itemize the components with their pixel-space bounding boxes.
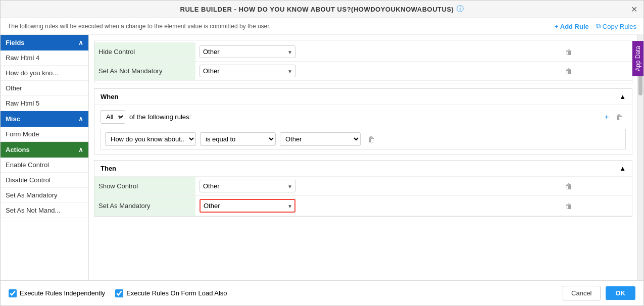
- then-action-select-cell: Other: [195, 177, 558, 196]
- delete-cell: 🗑: [558, 42, 632, 62]
- sidebar-item-enablecontrol[interactable]: Enable Control: [1, 158, 88, 173]
- action-select-cell: Other: [195, 62, 558, 81]
- sidebar-item-rawhtml4[interactable]: Raw Html 4: [1, 50, 88, 66]
- copy-icon: ⧉: [596, 22, 601, 30]
- close-icon[interactable]: ✕: [631, 5, 637, 14]
- table-row: Set As Not Mandatory Other 🗑: [94, 62, 632, 81]
- then-title: Then: [101, 165, 116, 172]
- copy-rules-label: Copy Rules: [603, 23, 636, 30]
- execute-independently-checkbox-label[interactable]: Execute Rules Independently: [9, 289, 105, 297]
- delete-hide-control-button[interactable]: 🗑: [562, 47, 575, 57]
- footer-left: Execute Rules Independently Execute Rule…: [9, 289, 227, 297]
- condition-field-select[interactable]: How do you know about...: [105, 132, 196, 146]
- top-section-box: Hide Control Other 🗑: [94, 40, 632, 83]
- show-control-select[interactable]: Other: [200, 180, 295, 192]
- sub-header: The following rules will be executed whe…: [1, 18, 643, 35]
- sidebar-item-setasnotmandatory[interactable]: Set As Not Mand...: [1, 203, 88, 218]
- right-panel-wrapper: Hide Control Other 🗑: [89, 35, 643, 280]
- delete-show-control-button[interactable]: 🗑: [562, 181, 575, 191]
- hide-control-select[interactable]: Other: [200, 45, 295, 58]
- sidebar-item-setasmandatory[interactable]: Set As Mandatory: [1, 188, 88, 203]
- show-control-select-wrapper: Other: [200, 180, 295, 192]
- action-label-setasnotmandatory: Set As Not Mandatory: [94, 62, 195, 81]
- of-following-rules-text: of the following rules:: [129, 113, 191, 121]
- then-delete-cell-2: 🗑: [558, 196, 632, 216]
- add-rule-button[interactable]: + Add Rule: [555, 23, 589, 30]
- then-action-label-setasmandatory: Set As Mandatory: [94, 196, 195, 216]
- sidebar-item-rawhtml5[interactable]: Raw Html 5: [1, 96, 88, 111]
- copy-rules-button[interactable]: ⧉ Copy Rules: [596, 22, 636, 30]
- footer: Execute Rules Independently Execute Rule…: [1, 280, 643, 305]
- footer-right: Cancel OK: [563, 286, 635, 300]
- info-icon[interactable]: ⓘ: [457, 5, 464, 14]
- sidebar-section-actions[interactable]: Actions ∧: [1, 142, 88, 158]
- condition-row: How do you know about... is equal to Oth…: [101, 129, 626, 149]
- all-select-row: All of the following rules: + 🗑: [101, 110, 626, 124]
- sidebar-item-disablecontrol[interactable]: Disable Control: [1, 173, 88, 188]
- delete-set-mandatory-button[interactable]: 🗑: [562, 201, 575, 211]
- table-row: Hide Control Other 🗑: [94, 42, 632, 62]
- condition-value-select[interactable]: Other: [280, 132, 361, 146]
- then-header: Then ▲: [94, 161, 632, 177]
- sidebar-item-formmode[interactable]: Form Mode: [1, 127, 88, 142]
- delete-cell: 🗑: [558, 62, 632, 81]
- condition-operator-select[interactable]: is equal to: [200, 132, 276, 146]
- delete-set-not-mandatory-button[interactable]: 🗑: [562, 66, 575, 76]
- fields-collapse-icon: ∧: [78, 39, 83, 46]
- delete-condition-button[interactable]: 🗑: [365, 134, 378, 144]
- sidebar-section-fields[interactable]: Fields ∧: [1, 35, 88, 50]
- misc-label: Misc: [6, 115, 20, 123]
- when-body: All of the following rules: + 🗑 How do y…: [94, 105, 632, 155]
- when-section: When ▲ All of the following rules: +: [94, 88, 632, 155]
- set-mandatory-select[interactable]: Other: [200, 199, 295, 213]
- then-action-select-cell-highlighted: Other: [195, 196, 558, 216]
- misc-collapse-icon: ∧: [78, 115, 83, 123]
- then-section: Then ▲ Show Control Other: [94, 160, 632, 217]
- execute-on-form-load-label: Execute Rules On Form Load Also: [126, 289, 227, 297]
- action-select-cell: Other: [195, 42, 558, 62]
- sub-header-actions: + Add Rule ⧉ Copy Rules: [555, 22, 636, 30]
- sub-header-text: The following rules will be executed whe…: [8, 23, 271, 30]
- execute-independently-checkbox[interactable]: [9, 289, 17, 297]
- then-action-table: Show Control Other 🗑: [94, 177, 632, 216]
- main-content: Fields ∧ Raw Html 4 How do you kno... Ot…: [1, 35, 643, 280]
- sidebar: Fields ∧ Raw Html 4 How do you kno... Ot…: [1, 35, 89, 280]
- delete-all-conditions-button[interactable]: 🗑: [613, 112, 626, 122]
- when-title: When: [101, 93, 118, 100]
- actions-label: Actions: [6, 146, 30, 154]
- table-row: Set As Mandatory Other 🗑: [94, 196, 632, 216]
- execute-on-form-load-checkbox-label[interactable]: Execute Rules On Form Load Also: [115, 289, 227, 297]
- app-data-tab[interactable]: App Data: [632, 41, 643, 76]
- table-row: Show Control Other 🗑: [94, 177, 632, 196]
- cancel-button[interactable]: Cancel: [563, 286, 600, 300]
- top-action-table: Hide Control Other 🗑: [94, 42, 632, 81]
- then-delete-cell: 🗑: [558, 177, 632, 196]
- add-condition-button[interactable]: +: [605, 113, 609, 121]
- hide-control-select-wrapper: Other: [200, 45, 295, 58]
- set-not-mandatory-select[interactable]: Other: [200, 65, 295, 77]
- when-header: When ▲: [94, 89, 632, 105]
- execute-on-form-load-checkbox[interactable]: [115, 289, 123, 297]
- all-select-wrapper: All: [101, 110, 125, 124]
- then-action-label-showcontrol: Show Control: [94, 177, 195, 196]
- sidebar-section-misc[interactable]: Misc ∧: [1, 111, 88, 127]
- ok-button[interactable]: OK: [606, 286, 636, 300]
- fields-label: Fields: [6, 39, 25, 46]
- then-collapse-icon[interactable]: ▲: [619, 165, 626, 172]
- sidebar-item-howdoyou[interactable]: How do you kno...: [1, 66, 88, 81]
- set-mandatory-select-wrapper: Other: [200, 199, 295, 213]
- set-not-mandatory-select-wrapper: Other: [200, 65, 295, 77]
- action-label-hidecontrol: Hide Control: [94, 42, 195, 62]
- title-bar-text: RULE BUILDER - HOW DO YOU KNOW ABOUT US?…: [180, 6, 454, 13]
- execute-independently-label: Execute Rules Independently: [20, 289, 105, 297]
- title-bar: RULE BUILDER - HOW DO YOU KNOW ABOUT US?…: [1, 1, 643, 18]
- actions-collapse-icon: ∧: [78, 146, 83, 154]
- all-select[interactable]: All: [101, 110, 125, 124]
- right-panel: Hide Control Other 🗑: [89, 35, 637, 280]
- when-collapse-icon[interactable]: ▲: [619, 93, 626, 100]
- sidebar-item-other[interactable]: Other: [1, 81, 88, 96]
